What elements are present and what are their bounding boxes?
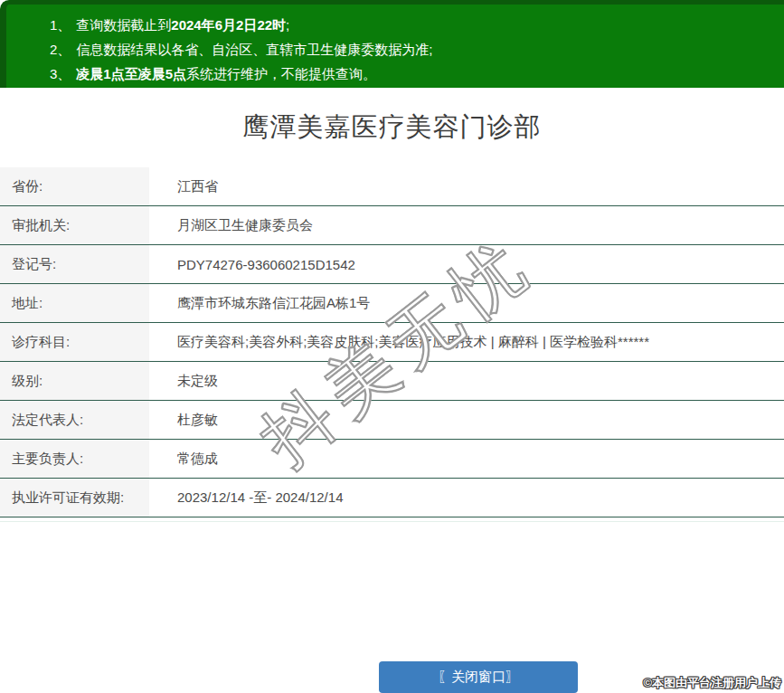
page: 1、查询数据截止到2024年6月2日22时; 2、信息数据结果以各省、自治区、直… (0, 0, 784, 693)
notice-text: 系统进行维护，不能提供查询。 (186, 66, 376, 81)
row-label: 审批机关: (0, 206, 149, 244)
notice-line-number: 2、 (50, 42, 71, 57)
notice-text: ; (286, 17, 289, 33)
notice-line-1: 1、查询数据截止到2024年6月2日22时; (50, 13, 775, 37)
row-value: 未定级 (149, 362, 784, 400)
row-value: 2023/12/14 -至- 2024/12/14 (149, 479, 784, 517)
notice-text: 查询数据截止到 (76, 17, 171, 33)
notice-text: 信息数据结果以各省、自治区、直辖市卫生健康委数据为准; (76, 42, 432, 57)
row-value: PDY74276-936060215D1542 (149, 245, 784, 283)
notice-line-2: 2、信息数据结果以各省、自治区、直辖市卫生健康委数据为准; (50, 37, 775, 62)
row-label: 执业许可证有效期: (0, 479, 149, 517)
page-title: 鹰潭美嘉医疗美容门诊部 (243, 109, 542, 146)
row-value: 月湖区卫生健康委员会 (149, 206, 784, 244)
table-row-license-validity: 执业许可证有效期: 2023/12/14 -至- 2024/12/14 (0, 479, 784, 517)
row-value: 常德成 (149, 440, 784, 478)
notice-text-bold: 凌晨1点至凌晨5点 (76, 66, 186, 81)
close-window-button[interactable]: 〖关闭窗口〗 (379, 661, 578, 693)
clinic-info-table: 省份: 江西省 审批机关: 月湖区卫生健康委员会 登记号: PDY74276-9… (0, 167, 784, 522)
row-value: 江西省 (149, 167, 784, 205)
row-value: 杜彦敏 (149, 401, 784, 439)
row-label: 主要负责人: (0, 440, 149, 478)
table-row-principal: 主要负责人: 常德成 (0, 440, 784, 479)
row-label: 地址: (0, 284, 149, 322)
table-row-legal-representative: 法定代表人: 杜彦敏 (0, 401, 784, 440)
title-bar: 鹰潭美嘉医疗美容门诊部 (0, 88, 784, 167)
table-row-province: 省份: 江西省 (0, 167, 784, 206)
row-value: 医疗美容科;美容外科;美容皮肤科;美容医疗应用技术 | 麻醉科 | 医学检验科*… (149, 323, 784, 361)
notice-line-3: 3、凌晨1点至凌晨5点系统进行维护，不能提供查询。 (50, 62, 775, 86)
row-label: 登记号: (0, 245, 149, 283)
table-row-approval-authority: 审批机关: 月湖区卫生健康委员会 (0, 206, 784, 245)
row-label: 法定代表人: (0, 401, 149, 439)
table-row-registration-number: 登记号: PDY74276-936060215D1542 (0, 245, 784, 284)
row-label: 省份: (0, 167, 149, 205)
notice-text-bold: 2024年6月2日22时 (171, 17, 286, 33)
notice-line-number: 1、 (50, 17, 71, 33)
table-row-address: 地址: 鹰潭市环城东路信江花园A栋1号 (0, 284, 784, 323)
table-bottom-divider (0, 517, 784, 522)
copyright-stamp: ©本图由平台注册用户上传 (643, 675, 781, 691)
row-value: 鹰潭市环城东路信江花园A栋1号 (149, 284, 784, 322)
table-row-medical-subjects: 诊疗科目: 医疗美容科;美容外科;美容皮肤科;美容医疗应用技术 | 麻醉科 | … (0, 323, 784, 362)
notice-line-number: 3、 (50, 66, 71, 81)
row-label: 级别: (0, 362, 149, 400)
table-row-level: 级别: 未定级 (0, 362, 784, 401)
notice-banner: 1、查询数据截止到2024年6月2日22时; 2、信息数据结果以各省、自治区、直… (0, 0, 784, 88)
row-label: 诊疗科目: (0, 323, 149, 361)
